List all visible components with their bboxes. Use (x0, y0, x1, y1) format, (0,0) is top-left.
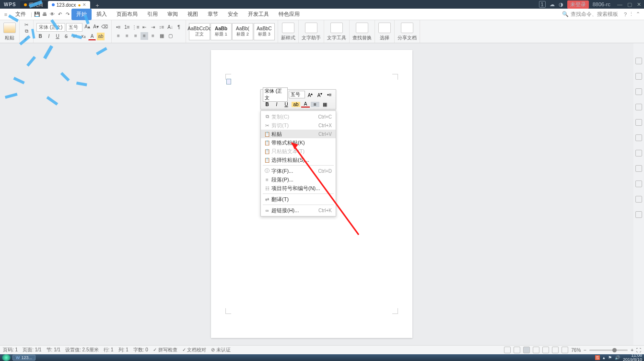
sidebar-tool-3[interactable] (635, 88, 642, 95)
close-button[interactable]: ✕ (637, 1, 641, 8)
menu-special[interactable]: 特色应用 (274, 9, 304, 20)
shading-button[interactable]: ▦ (158, 32, 165, 40)
showmarks-button[interactable]: ¶ (175, 24, 183, 31)
view-read[interactable] (514, 347, 520, 353)
style-h3[interactable]: AaBbC标题 3 (254, 23, 275, 40)
select-icon (378, 23, 391, 33)
ctx-带格式粘贴k[interactable]: 📋带格式粘贴(K) (261, 138, 336, 147)
ctx-item-icon: 📋 (263, 140, 271, 145)
status-chars[interactable]: 字数: 0 (133, 347, 148, 353)
zoom-in[interactable]: + (631, 348, 633, 353)
sidebar-tool-8[interactable] (635, 165, 642, 172)
status-spell[interactable]: ✓ 拼写检查 (153, 347, 177, 353)
ctx-项目符号和编号n[interactable]: ☷项目符号和编号(N)... (261, 184, 336, 193)
sidebar-tool-7[interactable] (635, 150, 642, 156)
zoom-knob[interactable] (612, 348, 617, 352)
ctx-翻译t[interactable]: ⇄翻译(T) (261, 195, 336, 204)
sidebar-tool-1[interactable] (635, 58, 642, 64)
borders-button[interactable]: ▢ (166, 32, 174, 40)
style-h2[interactable]: AaBb(标题 2 (232, 23, 253, 40)
ctx-字体f[interactable]: ⓘ字体(F)...Ctrl+D (261, 167, 336, 175)
ribbon-findrep[interactable]: 查找替换 (350, 20, 375, 43)
sidebar-tool-6[interactable] (635, 134, 642, 141)
mini-bullets[interactable]: •≡ (325, 92, 334, 97)
cloud-icon[interactable]: ☁ (550, 1, 555, 8)
view-fullscreen[interactable] (504, 347, 511, 353)
status-pages[interactable]: 页面: 1/1 (23, 347, 41, 353)
sort-button[interactable]: A↓ (166, 24, 174, 31)
sidebar-tool-4[interactable] (635, 104, 642, 110)
mini-shading[interactable]: ▦ (320, 102, 329, 107)
view-web[interactable] (542, 347, 549, 353)
tray-volume[interactable]: 🔊 (615, 355, 620, 360)
ribbon-share[interactable]: 分享文档 (395, 20, 420, 43)
menu-view[interactable]: 视图 (183, 9, 203, 20)
minimize-button[interactable]: — (617, 1, 622, 8)
mini-highlight[interactable]: ab (292, 102, 300, 107)
ctx-粘贴[interactable]: 📋粘贴Ctrl+V (261, 130, 336, 138)
status-auth[interactable]: ⊘ 未认证 (211, 347, 231, 353)
task-wps[interactable]: W 123... (12, 355, 35, 361)
style-normal[interactable]: AaBbCcDd正文 (189, 23, 210, 40)
ribbon-doctool[interactable]: 文字助手 (299, 20, 324, 43)
view-extra1[interactable] (552, 347, 559, 353)
style-h1[interactable]: AaBb标题 1 (211, 23, 232, 40)
zoom-label[interactable]: 76% (571, 348, 581, 353)
sidebar-tool-5[interactable] (635, 119, 642, 126)
sidebar-tool-10[interactable] (635, 196, 642, 203)
view-extra2[interactable] (562, 347, 568, 353)
svg-rect-12 (96, 47, 107, 55)
ctx-item-shortcut: Ctrl+K (318, 208, 332, 213)
mini-grow-font[interactable]: A▴ (306, 91, 315, 98)
sidebar-tool-9[interactable] (635, 180, 642, 187)
sidebar-tool-2[interactable] (635, 73, 642, 80)
mini-fontcolor[interactable]: A (301, 101, 310, 108)
menu-devtools[interactable]: 开发工具 (243, 9, 274, 20)
ctx-段落p[interactable]: ≡段落(P)... (261, 175, 336, 184)
tray-clock[interactable]: 11:08 2019/8/10 (623, 353, 642, 361)
ctx-选择性粘贴s[interactable]: 📋选择性粘贴(S)... (261, 156, 336, 164)
maximize-button[interactable]: ▢ (627, 1, 632, 8)
view-outline[interactable] (533, 347, 539, 353)
skin-icon[interactable]: ◑ (559, 1, 563, 8)
help-icon[interactable]: ? (624, 12, 627, 17)
status-proof[interactable]: ✓ 文档校对 (182, 347, 207, 353)
fit-button[interactable]: ⛶ (636, 348, 641, 353)
login-pill[interactable]: 未登录 (567, 0, 589, 9)
mini-italic[interactable]: I (272, 102, 281, 107)
ribbon-newstyle[interactable]: 新样式 (278, 20, 299, 43)
mini-font-name[interactable]: 宋体 (正文 (263, 87, 288, 102)
linespacing-button[interactable]: ↕≡ (158, 24, 165, 31)
tray-flag[interactable]: ⚑ (608, 355, 612, 360)
start-button[interactable] (2, 354, 11, 361)
mini-shrink-font[interactable]: A▾ (316, 91, 324, 98)
view-print[interactable] (523, 347, 530, 353)
mini-align[interactable]: ≡ (311, 102, 319, 107)
svg-rect-5 (19, 35, 31, 45)
mini-underline[interactable]: U (282, 102, 291, 107)
sidebar-tool-11[interactable] (635, 211, 642, 218)
menu-security[interactable]: 安全 (223, 9, 243, 20)
zoom-out[interactable]: − (584, 348, 586, 353)
ribbon-styles-group: AaBbCcDd正文 AaBb标题 1 AaBb(标题 2 AaBbC标题 3 (186, 20, 278, 43)
status-page[interactable]: 页码: 1 (3, 347, 18, 353)
search-placeholder[interactable]: 查找命令、搜索模板 (571, 11, 618, 18)
status-setval[interactable]: 设置值: 2.5厘米 (65, 347, 98, 353)
status-section[interactable]: 节: 1/1 (47, 347, 60, 353)
zoom-slider[interactable] (589, 349, 628, 351)
menu-separator (263, 193, 334, 194)
mini-font-size[interactable]: 五号 (289, 91, 305, 98)
mini-bold[interactable]: B (263, 102, 271, 107)
menu-section[interactable]: 章节 (203, 9, 223, 20)
collapse-ribbon-icon[interactable]: ⌃ (636, 11, 640, 17)
ctx-只粘贴文本t: 📋只粘贴文本(T) (261, 147, 336, 156)
more-icon[interactable]: ⋮ (629, 11, 634, 17)
ctx-超链接h[interactable]: ∞超链接(H)...Ctrl+K (261, 206, 336, 215)
menu-review[interactable]: 审阅 (163, 9, 183, 20)
titlebar-right: 1 ☁ ◑ 未登录 8806-rc — ▢ ✕ (539, 0, 644, 9)
ribbon-texttools[interactable]: 文字工具 (324, 20, 350, 43)
ribbon-select[interactable]: 选择 (375, 20, 395, 43)
tray-up[interactable]: ▴ (603, 355, 605, 360)
svg-rect-13 (31, 29, 35, 39)
tray-ime[interactable]: S (595, 355, 600, 360)
